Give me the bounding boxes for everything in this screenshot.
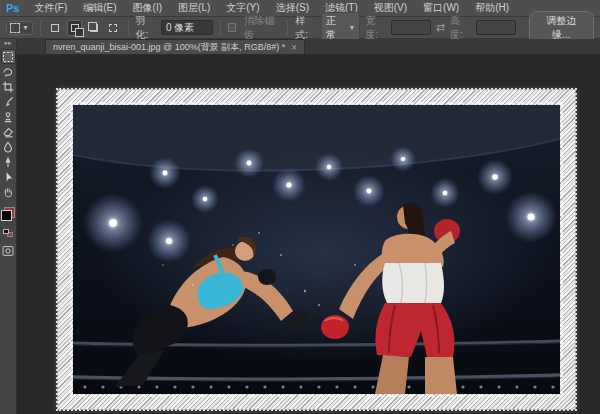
document-title: nvren_quanji_bisai-001.jpg @ 100%(背景 副本,… — [53, 41, 285, 54]
style-value: 正常 — [326, 14, 343, 42]
antialias-label: 消除锯齿 — [244, 14, 280, 42]
menu-file[interactable]: 文件(F) — [27, 0, 74, 16]
document-tab[interactable]: nvren_quanji_bisai-001.jpg @ 100%(背景 副本,… — [45, 39, 305, 54]
intersect-selection-icon — [109, 24, 117, 32]
divider — [40, 20, 41, 36]
default-colors-icon[interactable] — [3, 229, 13, 237]
new-selection-button[interactable] — [48, 20, 62, 36]
antialias-checkbox[interactable] — [228, 23, 236, 32]
divider — [128, 20, 129, 36]
collapse-panel-icon[interactable]: ▸▸ — [4, 40, 11, 46]
add-to-selection-icon — [71, 24, 79, 32]
tools-panel: ▸▸ — [0, 39, 17, 414]
height-input[interactable] — [476, 20, 516, 35]
divider — [287, 20, 288, 36]
main-area: ▸▸ — [0, 39, 600, 414]
menu-edit[interactable]: 编辑(E) — [76, 0, 123, 16]
eraser-tool[interactable] — [1, 124, 16, 139]
rectangular-marquee-tool[interactable] — [1, 49, 16, 64]
height-label: 高度: — [450, 14, 470, 42]
tool-preset-picker[interactable]: ▼ — [6, 21, 33, 35]
tool-options-bar: ▼ 羽化: 消除锯齿 样式: 正常 ▼ 宽度: ⇄ 高度: 调整边缘... — [0, 17, 600, 39]
lasso-tool[interactable] — [1, 64, 16, 79]
grunge-brush-frame — [57, 89, 576, 410]
crop-tool[interactable] — [1, 79, 16, 94]
boxing-photo-illustration — [73, 105, 560, 394]
width-label: 宽度: — [365, 14, 385, 42]
menu-help[interactable]: 帮助(H) — [468, 0, 516, 16]
brush-tool[interactable] — [1, 94, 16, 109]
pen-tool[interactable] — [1, 154, 16, 169]
menu-layer[interactable]: 图层(L) — [171, 0, 217, 16]
work-area: nvren_quanji_bisai-001.jpg @ 100%(背景 副本,… — [17, 39, 600, 414]
photoshop-logo: Ps — [4, 2, 25, 14]
chevron-down-icon: ▼ — [348, 24, 355, 31]
document-tab-bar: nvren_quanji_bisai-001.jpg @ 100%(背景 副本,… — [17, 39, 600, 55]
hand-tool[interactable] — [1, 184, 16, 199]
photo-canvas[interactable] — [73, 105, 560, 394]
new-selection-icon — [51, 24, 59, 32]
width-input[interactable] — [391, 20, 431, 35]
canvas-background — [17, 55, 600, 414]
intersect-selection-button[interactable] — [106, 20, 120, 36]
chevron-down-icon: ▼ — [22, 24, 29, 31]
foreground-color-swatch[interactable] — [1, 210, 12, 221]
swap-width-height-icon[interactable]: ⇄ — [436, 21, 445, 34]
blur-tool[interactable] — [1, 139, 16, 154]
subtract-from-selection-button[interactable] — [87, 20, 101, 36]
quick-mask-button[interactable] — [1, 243, 16, 258]
close-icon[interactable]: × — [291, 43, 297, 52]
style-label: 样式: — [295, 14, 315, 42]
clone-stamp-tool[interactable] — [1, 109, 16, 124]
direct-selection-tool[interactable] — [1, 169, 16, 184]
subtract-from-selection-icon — [90, 24, 98, 32]
feather-input[interactable] — [161, 20, 213, 35]
feather-label: 羽化: — [136, 14, 156, 42]
marquee-preset-icon — [10, 23, 20, 33]
default-fg-chip — [3, 229, 9, 234]
divider — [220, 20, 221, 36]
color-swatches — [1, 207, 15, 227]
add-to-selection-button[interactable] — [67, 20, 81, 36]
